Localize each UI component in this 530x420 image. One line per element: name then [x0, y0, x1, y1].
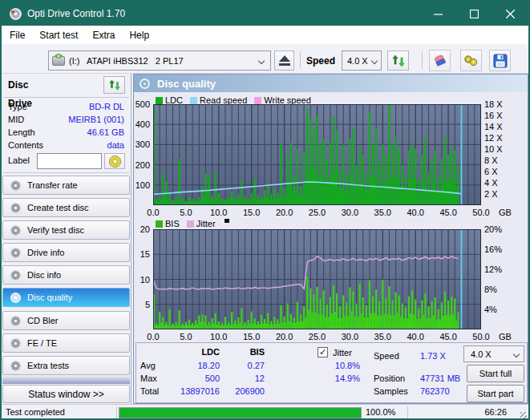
eject-button[interactable] [274, 50, 294, 71]
start-part-label: Start part [477, 389, 513, 398]
sidebar-item-disc-quality[interactable]: Disc quality [2, 288, 130, 307]
disc-icon [10, 180, 21, 191]
sidebar-item-verify-test-disc[interactable]: Verify test disc [2, 220, 130, 240]
sidebar-item-cd-bler[interactable]: CD Bler [2, 311, 130, 330]
maximize-button[interactable] [456, 2, 492, 26]
y-axis-tick-right: 4 X [484, 178, 508, 188]
y-axis-tick-right: 12 X [484, 133, 508, 143]
label-input[interactable] [37, 153, 102, 169]
speed-label: Speed [306, 55, 335, 67]
x-axis-tick: 15.0 [236, 332, 268, 341]
menu-start-test[interactable]: Start test [32, 30, 85, 41]
avg-bis-value: 0.27 [226, 361, 265, 370]
speed-select[interactable]: 4.0 X [342, 50, 382, 71]
x-axis-unit: GB [499, 332, 518, 341]
menu-bar: File Start test Extra Help [2, 26, 528, 44]
status-window-button[interactable]: Status window >> [2, 385, 130, 403]
max-bis-value: 12 [226, 374, 265, 383]
refresh-arrows-icon [109, 79, 120, 91]
app-icon [10, 8, 22, 20]
app-window: Opti Drive Control 1.70 File Start test … [0, 0, 530, 420]
start-part-button[interactable]: Start part [467, 385, 524, 402]
y-axis-tick-right: 14 X [484, 122, 508, 131]
x-axis-tick: 35.0 [366, 208, 399, 217]
menu-extra[interactable]: Extra [85, 30, 122, 41]
x-axis-tick: 50.0 [465, 332, 497, 341]
jitter-checkbox[interactable]: ✓ [318, 347, 328, 357]
avg-jitter-value: 10.8% [309, 361, 360, 370]
sidebar-item-extra-tests[interactable]: Extra tests [2, 356, 130, 375]
jitter-legend-swatch [187, 220, 194, 228]
sidebar-item-label: Create test disc [27, 203, 88, 212]
close-button[interactable] [492, 2, 528, 26]
start-full-button[interactable]: Start full [467, 365, 524, 382]
y-axis-tick-left: 20 [132, 224, 150, 234]
progress-percent: 100.0% [366, 407, 395, 417]
sidebar-item-label: CD Bler [27, 316, 59, 325]
statusbar-divider [407, 406, 408, 419]
statusbar-divider [116, 406, 117, 419]
max-row-label: Max [140, 374, 157, 383]
status-bar: Test completed 100.0% 66:26 [2, 404, 528, 420]
x-axis-tick: 30.0 [334, 208, 366, 217]
menu-file[interactable]: File [2, 30, 32, 41]
x-axis-tick: 50.0 [465, 208, 497, 217]
chevron-down-icon [258, 57, 265, 63]
test-speed-select[interactable]: 4.0 X [463, 345, 524, 362]
disc-icon [10, 293, 21, 303]
write-label-button[interactable] [104, 153, 125, 169]
jitter-checkbox-label[interactable]: Jitter [333, 348, 352, 357]
x-axis-tick: 10.0 [203, 332, 235, 341]
label-field-label: Label [8, 155, 30, 165]
x-axis-tick: 20.0 [269, 332, 301, 341]
progress-bar [119, 407, 362, 418]
sidebar-item-transfer-rate[interactable]: Transfer rate [2, 176, 130, 195]
sidebar-item-fe-te[interactable]: FE / TE [2, 333, 130, 353]
disc-icon [10, 361, 21, 371]
divider [3, 97, 129, 98]
position-stat-value: 47731 MB [420, 374, 460, 383]
speed-stat-value: 1.73 X [420, 351, 446, 361]
minimize-button[interactable] [420, 2, 456, 26]
title-bar: Opti Drive Control 1.70 [2, 2, 528, 26]
chevron-down-icon [513, 350, 520, 357]
chevron-down-icon [371, 57, 378, 63]
toolbar-separator [300, 51, 301, 69]
total-ldc-value: 13897016 [168, 386, 220, 396]
disc-icon [10, 248, 21, 258]
total-bis-value: 206900 [226, 386, 265, 396]
erase-disc-button[interactable] [429, 50, 451, 71]
disc-contents-label: Contents [8, 140, 43, 150]
sidebar-item-label: Disc quality [27, 293, 72, 302]
resize-grip[interactable] [520, 412, 527, 418]
y-axis-tick-left: 500 [132, 99, 150, 109]
rescan-disc-button[interactable] [103, 76, 125, 94]
max-jitter-value: 14.9% [309, 374, 360, 383]
eject-icon [279, 55, 290, 62]
search-drives-button[interactable] [460, 50, 482, 71]
speed-select-value: 4.0 X [347, 56, 368, 66]
sidebar-item-drive-info[interactable]: Drive info [2, 243, 130, 262]
y-axis-tick-left: 100 [132, 180, 150, 190]
speed-stat-label: Speed [374, 351, 399, 361]
disc-contents-value[interactable]: data [48, 140, 124, 150]
y-axis-tick-right: 8% [484, 285, 508, 294]
save-button[interactable] [489, 50, 511, 71]
cd-disc-icon [109, 155, 121, 168]
drive-icon [52, 56, 65, 66]
sidebar-item-disc-info[interactable]: Disc info [2, 265, 130, 285]
refresh-button[interactable] [387, 50, 409, 71]
y-axis-tick-left: 400 [132, 119, 150, 129]
x-axis-tick: 40.0 [399, 332, 431, 341]
max-ldc-value: 500 [168, 374, 220, 383]
y-axis-tick-right: 18 X [484, 99, 508, 109]
status-text: Test completed [6, 407, 65, 417]
menu-help[interactable]: Help [122, 30, 156, 41]
drive-select[interactable]: (I:) ATAPI iHBS312 2 PL17 [48, 50, 271, 71]
x-axis-tick: 5.0 [170, 208, 202, 217]
disc-type-value: BD-R DL [48, 102, 124, 111]
disc-icon [10, 338, 21, 349]
y-axis-tick-left: 200 [132, 160, 150, 170]
disc-length-label: Length [8, 127, 35, 137]
sidebar-item-create-test-disc[interactable]: Create test disc [2, 198, 130, 217]
